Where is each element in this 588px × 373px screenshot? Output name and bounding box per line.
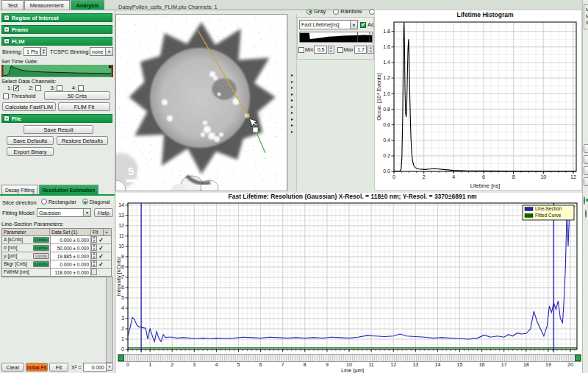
section-header-frame[interactable]: ▪Frame [1, 25, 112, 34]
section-header-roi[interactable]: ▪Region of Interest [1, 13, 112, 22]
lifetime-histogram-chart[interactable]: 0246810120.00.20.40.60.81.01.21.41.61.8L… [375, 10, 581, 190]
radio-icon[interactable] [333, 9, 339, 15]
plot-range-slider[interactable] [118, 354, 581, 362]
param-value[interactable]: 0.000 ± 0.000 [50, 236, 91, 244]
image-tool-button[interactable]: ▸ [291, 79, 293, 84]
max-spinner[interactable]: ▲▼ [368, 46, 374, 54]
channel-checkbox-2[interactable] [35, 85, 41, 91]
max-checkbox[interactable] [337, 47, 343, 53]
right-strip-button[interactable] [584, 155, 588, 164]
slice-option-diagonal[interactable]: Diagonal [82, 199, 110, 205]
param-spinner[interactable]: ▲▼ [91, 252, 97, 259]
radio-icon[interactable] [306, 9, 312, 15]
image-tool-button[interactable]: ▸ [291, 129, 293, 134]
collapse-icon[interactable]: ▪ [4, 15, 10, 21]
tab-test[interactable]: Test [1, 0, 24, 10]
time-gate-plot[interactable] [1, 65, 113, 77]
threshold-checkbox[interactable] [3, 93, 9, 99]
scroll-up-icon[interactable]: ▲ [103, 229, 110, 235]
tab-analysis[interactable]: Analysis [71, 0, 105, 10]
active-checkbox[interactable] [360, 22, 366, 28]
right-strip-radio-2[interactable] [585, 210, 587, 218]
right-strip-radio-1[interactable] [584, 196, 585, 205]
col-header-parameter[interactable]: Parameter [2, 229, 50, 235]
panel-scrollbar[interactable] [106, 277, 113, 363]
limits-button[interactable]: Limits [33, 253, 49, 259]
param-value[interactable]: 118.000 ± 0.000 [50, 269, 91, 276]
line-section-chart[interactable]: 0123456789101112131415161718192001234567… [116, 193, 582, 373]
range-handle-left[interactable] [118, 355, 124, 361]
initial-fit-button[interactable]: Initial Fit [26, 363, 48, 372]
limits-button[interactable]: Limits [33, 261, 49, 267]
tcspc-binning-dropdown[interactable]: none▼ [90, 47, 113, 56]
right-strip-button[interactable] [584, 177, 588, 186]
fit-checkbox[interactable]: ✓ [97, 244, 105, 252]
param-value[interactable]: 50.000 ± 0.000 [50, 244, 91, 252]
export-binary-button[interactable]: Export Binary [7, 147, 54, 156]
threshold-value-button[interactable]: 50 Cnts [44, 91, 110, 100]
range-handle-right[interactable] [575, 355, 581, 361]
image-tool-button[interactable]: ▸ [291, 117, 293, 121]
calculate-fastflim-button[interactable]: Calculate FastFLIM [2, 102, 56, 111]
tab-measurement[interactable]: Measurement [24, 0, 70, 10]
col-header-dataset[interactable]: Data Set (1) [50, 229, 91, 235]
fit-checkbox[interactable]: ✓ [97, 252, 105, 260]
col-header-fit[interactable]: Fit [91, 229, 103, 235]
fit-button[interactable]: Fit [49, 363, 68, 372]
svg-text:13: 13 [118, 213, 124, 218]
right-strip-button[interactable] [584, 144, 588, 153]
limits-button[interactable]: Limits [33, 237, 49, 243]
param-value[interactable]: 19.885 ± 0.000 [50, 252, 91, 260]
binning-field[interactable]: 1 Pts [24, 47, 40, 56]
param-spinner[interactable]: ▲▼ [91, 260, 97, 267]
image-tool-button[interactable]: ▸ [291, 110, 293, 115]
lut-channel-dropdown[interactable]: Fast Lifetime[ns]▼ [299, 20, 358, 29]
fitting-model-dropdown[interactable]: Gaussian▼ [37, 208, 91, 217]
image-tool-button[interactable]: ▸ [291, 73, 293, 77]
section-header-file[interactable]: ▪File [1, 114, 112, 123]
save-defaults-button[interactable]: Save Defaults [7, 136, 54, 145]
help-button[interactable]: Help [94, 208, 113, 217]
tab-decay-fitting[interactable]: Decay Fitting [1, 185, 38, 194]
param-spinner[interactable]: ▲▼ [91, 244, 97, 251]
chevron-down-icon[interactable]: ▼ [83, 209, 90, 216]
fit-checkbox[interactable]: ✓ [97, 260, 105, 268]
param-value[interactable]: 0.000 ± 0.000 [50, 260, 91, 268]
image-tool-button[interactable]: ▸ [291, 92, 293, 96]
lut-histogram[interactable] [299, 32, 373, 43]
radio-icon[interactable] [82, 199, 88, 205]
min-spinner[interactable]: ▲▼ [328, 46, 334, 54]
limits-button[interactable]: Limits [33, 245, 49, 251]
clear-button[interactable]: Clear [1, 363, 24, 372]
flim-fit-button[interactable]: FLIM Fit [58, 102, 110, 111]
channel-checkbox-1[interactable] [13, 85, 19, 91]
tab-resolution-estimation[interactable]: Resolution Estimation [39, 185, 99, 194]
channel-checkbox-3[interactable] [57, 85, 62, 91]
save-result-button[interactable]: Save Result [24, 125, 93, 134]
right-strip-button[interactable] [584, 166, 588, 175]
collapse-icon[interactable]: ▪ [4, 116, 10, 121]
flim-image[interactable]: 5 µm [115, 14, 287, 191]
section-header-flim[interactable]: ▪FLIM [1, 37, 112, 46]
image-tool-button[interactable]: ▸ [291, 85, 293, 90]
image-tool-button[interactable]: ▸ [291, 123, 293, 127]
mode-rainbow[interactable]: Rainbow [333, 8, 362, 15]
chevron-down-icon[interactable]: ▼ [105, 48, 112, 55]
fit-checkbox[interactable]: ✓ [97, 236, 105, 244]
image-tool-button[interactable]: ▸ [291, 98, 293, 102]
min-checkbox[interactable] [298, 47, 304, 53]
restore-defaults-button[interactable]: Restore Defaults [57, 136, 108, 145]
svg-text:14: 14 [118, 202, 124, 207]
binning-spinner[interactable]: ▲▼ [40, 47, 47, 56]
chevron-down-icon[interactable]: ▼ [350, 21, 357, 29]
radio-icon[interactable] [41, 199, 47, 205]
slice-option-rectangular[interactable]: Rectangular [41, 199, 76, 205]
image-tool-button[interactable]: ▸ [291, 104, 293, 109]
collapse-icon[interactable]: ▪ [4, 26, 10, 32]
param-spinner[interactable]: ▲▼ [91, 236, 97, 243]
mode-gray[interactable]: Gray [306, 8, 326, 15]
max-value-field[interactable]: 1.7 [354, 46, 367, 54]
collapse-icon[interactable]: ▪ [4, 38, 10, 44]
channel-checkbox-4[interactable] [78, 85, 84, 91]
min-value-field[interactable]: 0.5 [314, 46, 326, 54]
